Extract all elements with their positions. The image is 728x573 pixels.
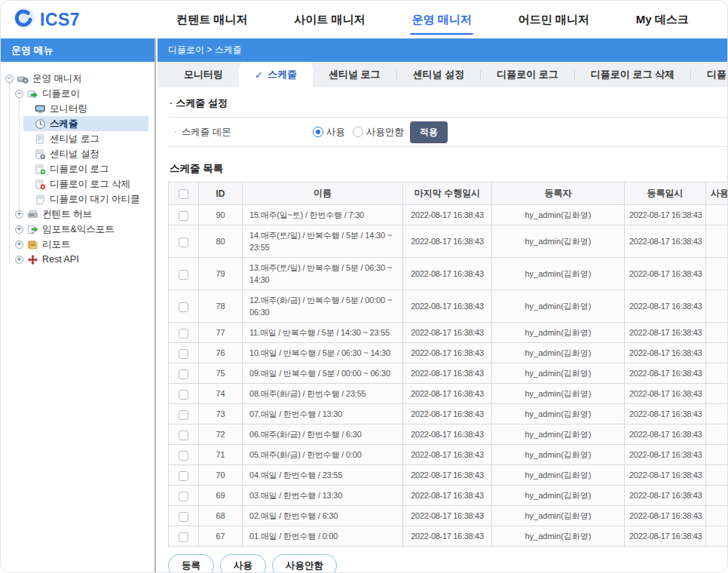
row-checkbox[interactable] [179,532,188,542]
table-row[interactable]: 7913.매주(토/일) / 반복수행 / 5분 / 06:30 ~ 14:30… [169,258,728,290]
row-checkbox-cell [169,363,199,384]
table-row[interactable]: 7307.매일 / 한번수행 / 13:302022-08-17 16:38:4… [169,404,728,424]
top-nav-item[interactable]: 어드민 매니저 [517,8,591,32]
row-checkbox[interactable] [179,410,188,420]
tab-item[interactable]: 디플로이 로그 삭제 [575,62,690,87]
table-row[interactable]: 7812.매주(화/금) / 반복수행 / 5분 / 00:00 ~ 06:30… [169,290,728,323]
row-checkbox-cell [169,506,199,526]
sidebar-item[interactable]: +컨텐트 허브 [1,207,154,222]
enable-button[interactable]: 사용 [220,554,266,572]
tab-item[interactable]: 디플로이 대기 아티클 [691,62,727,87]
column-header: ID [199,182,243,205]
expand-toggle-icon[interactable]: + [15,241,23,249]
sidebar-item[interactable]: 디플로이 대기 아티클 [1,192,154,207]
row-checkbox[interactable] [179,302,188,312]
column-header: 이름 [243,182,403,205]
row-checkbox[interactable] [179,270,188,280]
sidebar-item[interactable]: 스케줄 [1,116,154,131]
sidebar-item[interactable]: 디플로이 로그 [1,161,154,176]
row-lastrun-cell: 2022-08-17 16:38:43 [403,205,492,225]
brand-text: ICS7 [40,10,80,30]
deploy-icon [26,87,38,100]
row-use-cell [706,526,728,547]
sidebar-item-label: 디플로이 [42,86,84,102]
table-row[interactable]: 6802.매일 / 한번수행 / 6:302022-08-17 16:38:43… [169,506,728,526]
row-checkbox[interactable] [179,349,188,359]
row-use-cell [706,258,728,290]
brand-logo[interactable]: ICS7 [13,7,80,32]
row-registrant-cell: hy_admin(김화영) [492,445,625,465]
row-checkbox[interactable] [179,512,188,522]
report-icon [26,238,38,250]
radio-circle-icon[interactable] [313,127,323,137]
row-checkbox[interactable] [179,237,188,247]
row-registered-cell: 2022-08-17 16:38:43 [625,384,706,404]
row-checkbox[interactable] [179,329,188,339]
row-checkbox[interactable] [179,431,188,440]
sidebar-item[interactable]: −디플로이 [1,86,154,101]
hub-icon [26,208,38,220]
doc-icon [34,133,46,145]
row-checkbox[interactable] [179,451,188,461]
tab-item[interactable]: 디플로이 로그 [481,62,574,87]
sidebar-item[interactable]: 센티널 로그 [1,131,154,146]
radio-no-use[interactable]: 사용안함 [353,126,404,139]
top-nav-item[interactable]: 사이트 매니저 [292,8,366,32]
sidebar-item[interactable]: 모니터링 [1,101,154,116]
row-checkbox[interactable] [179,471,188,481]
table-row[interactable]: 7509.매일 / 반복수행 / 5분 / 00:00 ~ 06:302022-… [169,363,728,384]
table-row[interactable]: 6903.매일 / 한번수행 / 13:302022-08-17 16:38:4… [169,486,728,506]
tab-active[interactable]: ✓스케줄 [239,62,313,87]
sidebar-item[interactable]: −운영 매니저 [1,71,154,86]
row-name-cell: 11.매일 / 반복수행 / 5분 / 14:30 ~ 23:55 [243,323,403,343]
monitor-icon [34,103,46,115]
sidebar-item[interactable]: 디플로이 로그 삭제 [1,176,154,192]
sidebar-item[interactable]: +Rest API [1,252,154,267]
row-use-cell [706,404,728,424]
collapse-toggle-icon[interactable]: − [15,90,23,98]
disable-button[interactable]: 사용안함 [272,554,337,572]
row-registered-cell: 2022-08-17 16:38:43 [625,363,706,384]
main-content: 디플로이 > 스케줄 모니터링✓스케줄센티널 로그센티널 설정디플로이 로그디플… [158,38,727,572]
select-all-checkbox[interactable] [179,189,188,199]
row-registered-cell: 2022-08-17 16:38:43 [625,424,706,445]
table-row[interactable]: 8014.매주(토/일) / 반복수행 / 5분 / 14:30 ~ 23:55… [169,225,728,258]
table-row[interactable]: 9015.매주(일~토) / 한번수행 / 7:302022-08-17 16:… [169,205,728,225]
tab-item[interactable]: 모니터링 [168,62,239,87]
collapse-toggle-icon[interactable]: − [5,75,14,83]
radio-use[interactable]: 사용 [313,126,345,139]
top-nav-item[interactable]: 컨텐트 매니저 [175,8,249,32]
table-row[interactable]: 7206.매주(화/금) / 한번수행 / 6:302022-08-17 16:… [169,424,728,445]
tab-item[interactable]: 센티널 설정 [397,62,481,87]
checkmark-icon: ✓ [255,69,263,81]
schedule-list-heading: 스케줄 목록 [170,162,727,176]
apply-button[interactable]: 적용 [410,121,448,143]
sidebar-item[interactable]: 센티널 설정 [1,146,154,161]
sidebar-item[interactable]: +임포트&익스포트 [1,222,154,237]
row-checkbox[interactable] [179,390,188,400]
row-checkbox[interactable] [179,211,188,221]
table-row[interactable]: 7610.매일 / 반복수행 / 5분 / 06:30 ~ 14:302022-… [169,343,728,363]
tab-label: 모니터링 [184,68,223,81]
tab-item[interactable]: 센티널 로그 [313,62,396,87]
row-checkbox[interactable] [179,369,188,379]
expand-toggle-icon[interactable]: + [15,210,23,219]
expand-toggle-icon[interactable]: + [15,256,23,264]
sidebar-item[interactable]: +리포트 [1,237,154,252]
top-nav-item[interactable]: My 데스크 [635,8,690,32]
row-registered-cell: 2022-08-17 16:38:43 [625,506,706,526]
row-checkbox[interactable] [179,492,188,501]
radio-circle-icon[interactable] [353,127,363,137]
column-header: 등록일시 [625,182,706,205]
expand-toggle-icon[interactable]: + [15,225,23,234]
top-nav-item[interactable]: 운영 매니저 [410,8,473,32]
table-row[interactable]: 7105.매주(화/금) / 한번수행 / 0:002022-08-17 16:… [169,445,728,465]
table-row[interactable]: 7711.매일 / 반복수행 / 5분 / 14:30 ~ 23:552022-… [169,323,728,343]
register-button[interactable]: 등록 [168,554,214,572]
row-use-cell [706,225,728,258]
table-row[interactable]: 7004.매일 / 한번수행 / 23:552022-08-17 16:38:4… [169,465,728,486]
row-id-cell: 78 [199,290,243,323]
table-row[interactable]: 7408.매주(화/금) / 한번수행 / 23:552022-08-17 16… [169,384,728,404]
row-name-cell: 02.매일 / 한번수행 / 6:30 [243,506,403,526]
table-row[interactable]: 6701.매일 / 한번수행 / 0:002022-08-17 16:38:43… [169,526,728,547]
